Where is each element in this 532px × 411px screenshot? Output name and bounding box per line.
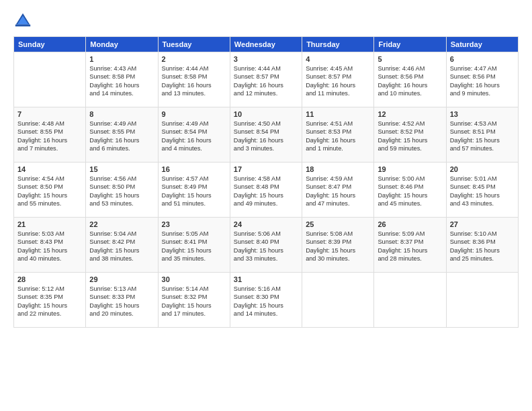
calendar-cell: 13Sunrise: 4:53 AM Sunset: 8:51 PM Dayli…: [446, 107, 518, 163]
calendar-cell: 4Sunrise: 4:45 AM Sunset: 8:57 PM Daylig…: [302, 52, 374, 107]
day-number: 31: [234, 275, 298, 283]
calendar-cell: 3Sunrise: 4:44 AM Sunset: 8:57 PM Daylig…: [230, 52, 302, 107]
day-number: 9: [162, 110, 226, 118]
calendar-cell: 6Sunrise: 4:47 AM Sunset: 8:56 PM Daylig…: [446, 52, 518, 107]
calendar-cell: [302, 273, 374, 328]
calendar-week-row: 14Sunrise: 4:54 AM Sunset: 8:50 PM Dayli…: [14, 163, 519, 218]
day-info: Sunrise: 4:46 AM Sunset: 8:56 PM Dayligh…: [378, 64, 442, 98]
day-info: Sunrise: 5:13 AM Sunset: 8:33 PM Dayligh…: [89, 285, 154, 318]
day-info: Sunrise: 4:49 AM Sunset: 8:55 PM Dayligh…: [89, 120, 154, 153]
calendar-cell: 15Sunrise: 4:56 AM Sunset: 8:50 PM Dayli…: [86, 163, 158, 218]
calendar-cell: 20Sunrise: 5:01 AM Sunset: 8:45 PM Dayli…: [446, 163, 518, 218]
day-info: Sunrise: 5:08 AM Sunset: 8:39 PM Dayligh…: [306, 230, 370, 263]
calendar-cell: 8Sunrise: 4:49 AM Sunset: 8:55 PM Daylig…: [86, 107, 158, 163]
calendar-cell: 27Sunrise: 5:10 AM Sunset: 8:36 PM Dayli…: [446, 218, 518, 273]
day-number: 11: [306, 110, 370, 118]
day-info: Sunrise: 4:51 AM Sunset: 8:53 PM Dayligh…: [306, 120, 370, 153]
day-info: Sunrise: 5:14 AM Sunset: 8:32 PM Dayligh…: [162, 285, 226, 318]
calendar-cell: 11Sunrise: 4:51 AM Sunset: 8:53 PM Dayli…: [302, 107, 374, 163]
calendar-cell: [374, 273, 446, 328]
day-number: 3: [234, 55, 298, 63]
calendar-cell: 14Sunrise: 4:54 AM Sunset: 8:50 PM Dayli…: [14, 163, 86, 218]
day-info: Sunrise: 5:01 AM Sunset: 8:45 PM Dayligh…: [450, 175, 515, 208]
day-number: 30: [162, 275, 226, 283]
day-number: 5: [378, 55, 442, 63]
day-number: 1: [89, 55, 154, 63]
day-info: Sunrise: 4:48 AM Sunset: 8:55 PM Dayligh…: [17, 120, 82, 153]
calendar-cell: 29Sunrise: 5:13 AM Sunset: 8:33 PM Dayli…: [86, 273, 158, 328]
calendar-table: SundayMondayTuesdayWednesdayThursdayFrid…: [13, 36, 519, 328]
calendar-cell: 16Sunrise: 4:57 AM Sunset: 8:49 PM Dayli…: [158, 163, 230, 218]
calendar-cell: 31Sunrise: 5:16 AM Sunset: 8:30 PM Dayli…: [230, 273, 302, 328]
day-number: 21: [17, 220, 82, 228]
calendar-cell: 9Sunrise: 4:49 AM Sunset: 8:54 PM Daylig…: [158, 107, 230, 163]
calendar-cell: 21Sunrise: 5:03 AM Sunset: 8:43 PM Dayli…: [14, 218, 86, 273]
calendar-cell: 10Sunrise: 4:50 AM Sunset: 8:54 PM Dayli…: [230, 107, 302, 163]
calendar-cell: 12Sunrise: 4:52 AM Sunset: 8:52 PM Dayli…: [374, 107, 446, 163]
day-number: 18: [306, 165, 370, 173]
day-number: 13: [450, 110, 515, 118]
calendar-header-monday: Monday: [86, 37, 158, 52]
day-number: 14: [17, 165, 82, 173]
calendar-cell: 2Sunrise: 4:44 AM Sunset: 8:58 PM Daylig…: [158, 52, 230, 107]
calendar-cell: 25Sunrise: 5:08 AM Sunset: 8:39 PM Dayli…: [302, 218, 374, 273]
day-number: 27: [450, 220, 515, 228]
day-info: Sunrise: 4:58 AM Sunset: 8:48 PM Dayligh…: [234, 175, 298, 208]
calendar-cell: 28Sunrise: 5:12 AM Sunset: 8:35 PM Dayli…: [14, 273, 86, 328]
day-number: 12: [378, 110, 442, 118]
day-info: Sunrise: 5:12 AM Sunset: 8:35 PM Dayligh…: [17, 285, 82, 318]
header: [13, 11, 519, 30]
day-number: 10: [234, 110, 298, 118]
day-number: 20: [450, 165, 515, 173]
calendar-week-row: 28Sunrise: 5:12 AM Sunset: 8:35 PM Dayli…: [14, 273, 519, 328]
calendar-cell: 5Sunrise: 4:46 AM Sunset: 8:56 PM Daylig…: [374, 52, 446, 107]
day-info: Sunrise: 5:00 AM Sunset: 8:46 PM Dayligh…: [378, 175, 442, 208]
day-number: 19: [378, 165, 442, 173]
calendar-week-row: 7Sunrise: 4:48 AM Sunset: 8:55 PM Daylig…: [14, 107, 519, 163]
calendar-header-thursday: Thursday: [302, 37, 374, 52]
calendar-cell: 26Sunrise: 5:09 AM Sunset: 8:37 PM Dayli…: [374, 218, 446, 273]
calendar-cell: 30Sunrise: 5:14 AM Sunset: 8:32 PM Dayli…: [158, 273, 230, 328]
day-info: Sunrise: 4:47 AM Sunset: 8:56 PM Dayligh…: [450, 64, 515, 98]
calendar-cell: [446, 273, 518, 328]
day-number: 15: [89, 165, 154, 173]
day-number: 16: [162, 165, 226, 173]
day-info: Sunrise: 4:49 AM Sunset: 8:54 PM Dayligh…: [162, 120, 226, 153]
calendar-week-row: 1Sunrise: 4:43 AM Sunset: 8:58 PM Daylig…: [14, 52, 519, 107]
day-info: Sunrise: 4:57 AM Sunset: 8:49 PM Dayligh…: [162, 175, 226, 208]
day-info: Sunrise: 4:59 AM Sunset: 8:47 PM Dayligh…: [306, 175, 370, 208]
day-info: Sunrise: 5:06 AM Sunset: 8:40 PM Dayligh…: [234, 230, 298, 263]
day-number: 26: [378, 220, 442, 228]
calendar-cell: 23Sunrise: 5:05 AM Sunset: 8:41 PM Dayli…: [158, 218, 230, 273]
calendar-cell: 18Sunrise: 4:59 AM Sunset: 8:47 PM Dayli…: [302, 163, 374, 218]
day-info: Sunrise: 5:16 AM Sunset: 8:30 PM Dayligh…: [234, 285, 298, 318]
calendar-cell: 17Sunrise: 4:58 AM Sunset: 8:48 PM Dayli…: [230, 163, 302, 218]
day-info: Sunrise: 4:52 AM Sunset: 8:52 PM Dayligh…: [378, 120, 442, 153]
day-info: Sunrise: 5:09 AM Sunset: 8:37 PM Dayligh…: [378, 230, 442, 263]
day-number: 29: [89, 275, 154, 283]
calendar-cell: [14, 52, 86, 107]
calendar-header-friday: Friday: [374, 37, 446, 52]
day-number: 28: [17, 275, 82, 283]
day-info: Sunrise: 5:04 AM Sunset: 8:42 PM Dayligh…: [89, 230, 154, 263]
calendar-cell: 22Sunrise: 5:04 AM Sunset: 8:42 PM Dayli…: [86, 218, 158, 273]
day-info: Sunrise: 5:03 AM Sunset: 8:43 PM Dayligh…: [17, 230, 82, 263]
calendar-header-row: SundayMondayTuesdayWednesdayThursdayFrid…: [14, 37, 519, 52]
day-info: Sunrise: 4:45 AM Sunset: 8:57 PM Dayligh…: [306, 64, 370, 98]
day-info: Sunrise: 5:10 AM Sunset: 8:36 PM Dayligh…: [450, 230, 515, 263]
day-number: 24: [234, 220, 298, 228]
calendar-cell: 1Sunrise: 4:43 AM Sunset: 8:58 PM Daylig…: [86, 52, 158, 107]
day-number: 6: [450, 55, 515, 63]
day-number: 17: [234, 165, 298, 173]
calendar-cell: 7Sunrise: 4:48 AM Sunset: 8:55 PM Daylig…: [14, 107, 86, 163]
day-info: Sunrise: 5:05 AM Sunset: 8:41 PM Dayligh…: [162, 230, 226, 263]
day-info: Sunrise: 4:43 AM Sunset: 8:58 PM Dayligh…: [89, 64, 154, 98]
calendar-header-tuesday: Tuesday: [158, 37, 230, 52]
logo: [13, 11, 34, 30]
day-info: Sunrise: 4:53 AM Sunset: 8:51 PM Dayligh…: [450, 120, 515, 153]
day-info: Sunrise: 4:56 AM Sunset: 8:50 PM Dayligh…: [89, 175, 154, 208]
calendar-week-row: 21Sunrise: 5:03 AM Sunset: 8:43 PM Dayli…: [14, 218, 519, 273]
calendar-header-saturday: Saturday: [446, 37, 518, 52]
day-info: Sunrise: 4:44 AM Sunset: 8:57 PM Dayligh…: [234, 64, 298, 98]
day-info: Sunrise: 4:50 AM Sunset: 8:54 PM Dayligh…: [234, 120, 298, 153]
